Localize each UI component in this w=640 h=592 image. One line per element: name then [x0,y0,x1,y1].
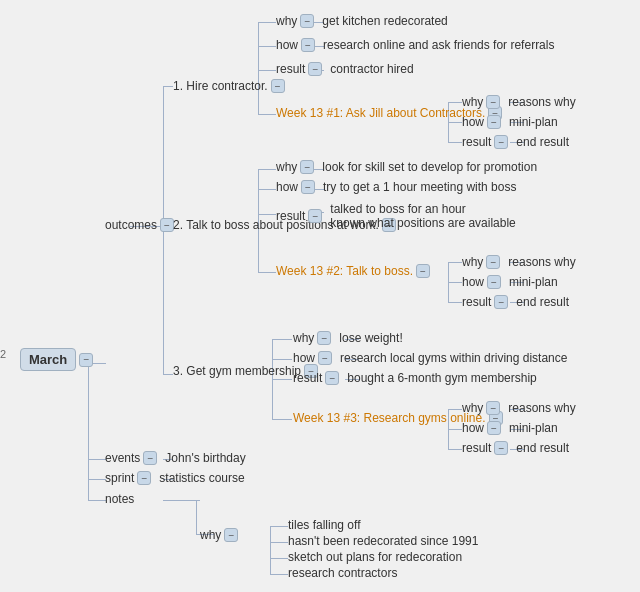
result-gym-val: bought a 6-month gym membership [347,371,536,385]
notes-label: notes [105,492,134,506]
w1-why-collapse[interactable]: − [486,95,500,109]
w3-result-collapse[interactable]: − [494,441,508,455]
why-notes-label: why [200,528,221,542]
result-boss-collapse[interactable]: − [308,209,322,223]
why-notes-collapse[interactable]: − [224,528,238,542]
notes-why-val1-node: tiles falling off [288,518,361,532]
notes-why-val2-node: hasn't been redecorated since 1991 [288,534,478,548]
why-kitchen-collapse[interactable]: − [300,14,314,28]
why-boss-val: look for skill set to develop for promot… [322,160,537,174]
notes-why-val1: tiles falling off [288,518,361,532]
how-kitchen-node: how − research online and ask friends fo… [276,38,554,52]
result-kitchen-node: result − contractor hired [276,62,414,76]
how-gym-val: research local gyms within driving dista… [340,351,567,365]
march-label: March [20,348,76,371]
sprint-node: sprint − statistics course [105,471,245,485]
hire-collapse[interactable]: − [271,79,285,93]
w1-why-val: reasons why [508,95,575,109]
how-boss-node: how − try to get a 1 hour meeting with b… [276,180,516,194]
why-gym-val: lose weight! [339,331,402,345]
result-gym-node: result − bought a 6-month gym membership [293,371,537,385]
w1-how-node: how − mini-plan [462,115,558,129]
sprint-collapse[interactable]: − [137,471,151,485]
w1-why-node: why − reasons why [462,95,576,109]
week13-2-node: Week 13 #2: Talk to boss. − [276,264,430,278]
march-node: March − [20,348,93,371]
how-boss-collapse[interactable]: − [301,180,315,194]
line-w3-result-h [448,449,462,450]
result-kitchen-collapse[interactable]: − [308,62,322,76]
w1-why-label: why [462,95,483,109]
why-gym-node: why − lose weight! [293,331,403,345]
line-march-notes [88,500,106,501]
line-boss-result-h [258,214,276,215]
result-boss-node: result − talked to boss for an hour know… [276,202,516,230]
notes-why-val2: hasn't been redecorated since 1991 [288,534,478,548]
how-gym-node: how − research local gyms within driving… [293,351,567,365]
events-label: events [105,451,140,465]
line-hire-result-h [258,70,276,71]
line-w2-why-h [448,262,462,263]
w2-why-collapse[interactable]: − [486,255,500,269]
line-w1-how-h [448,122,462,123]
w1-result-node: result − end result [462,135,569,149]
week13-2-collapse[interactable]: − [416,264,430,278]
why-boss-label: why [276,160,297,174]
line-w2-how-h [448,282,462,283]
line-outcomes-gym [163,374,173,375]
line-boss-why-h [258,169,276,170]
events-val: John's birthday [165,451,245,465]
w3-why-val: reasons why [508,401,575,415]
w3-why-label: why [462,401,483,415]
result-gym-collapse[interactable]: − [325,371,339,385]
march-collapse[interactable]: − [79,353,93,367]
w1-how-label: how [462,115,484,129]
how-boss-label: how [276,180,298,194]
result-boss-val1: talked to boss for an hour [330,202,515,216]
page-number-label: 2 [0,348,6,360]
line-notes-h [163,500,200,501]
why-boss-collapse[interactable]: − [300,160,314,174]
line-w2-v [448,262,449,302]
line-outcomes-hire [163,86,173,87]
line-noteswhy-val4 [270,574,288,575]
line-hire-why-h [258,22,276,23]
line-gym-v [272,339,273,419]
w3-why-collapse[interactable]: − [486,401,500,415]
mindmap-canvas: March − 2 outcomes − 1. Hire contractor.… [0,0,640,592]
how-kitchen-collapse[interactable]: − [301,38,315,52]
line-w3-why-h [448,409,462,410]
result-boss-vals: talked to boss for an hour known what po… [330,202,515,230]
line-boss-week-h [258,272,276,273]
line-march-sprint [88,479,106,480]
w1-result-collapse[interactable]: − [494,135,508,149]
events-collapse[interactable]: − [143,451,157,465]
hire-contractor-node: 1. Hire contractor. − [173,79,285,93]
gym-label: 3. Get gym membership [173,364,301,378]
w2-result-label: result [462,295,491,309]
how-kitchen-val: research online and ask friends for refe… [323,38,554,52]
outcomes-collapse[interactable]: − [160,218,174,232]
w2-result-collapse[interactable]: − [494,295,508,309]
how-gym-collapse[interactable]: − [318,351,332,365]
w3-result-node: result − end result [462,441,569,455]
why-kitchen-val: get kitchen redecorated [322,14,447,28]
w2-result-val: end result [516,295,569,309]
line-hire-v [258,22,259,114]
notes-why-val4-node: research contractors [288,566,397,580]
why-gym-collapse[interactable]: − [317,331,331,345]
w1-how-val: mini-plan [509,115,558,129]
sprint-val: statistics course [159,471,244,485]
w2-how-collapse[interactable]: − [487,275,501,289]
why-kitchen-node: why − get kitchen redecorated [276,14,448,28]
line-noteswhy-val1 [270,526,288,527]
line-w1-result-h [448,142,462,143]
w1-result-val: end result [516,135,569,149]
w1-how-collapse[interactable]: − [487,115,501,129]
line-w2-result-h [448,302,462,303]
why-kitchen-label: why [276,14,297,28]
hire-contractor-label: 1. Hire contractor. [173,79,268,93]
w3-how-collapse[interactable]: − [487,421,501,435]
how-gym-label: how [293,351,315,365]
how-boss-val: try to get a 1 hour meeting with boss [323,180,516,194]
